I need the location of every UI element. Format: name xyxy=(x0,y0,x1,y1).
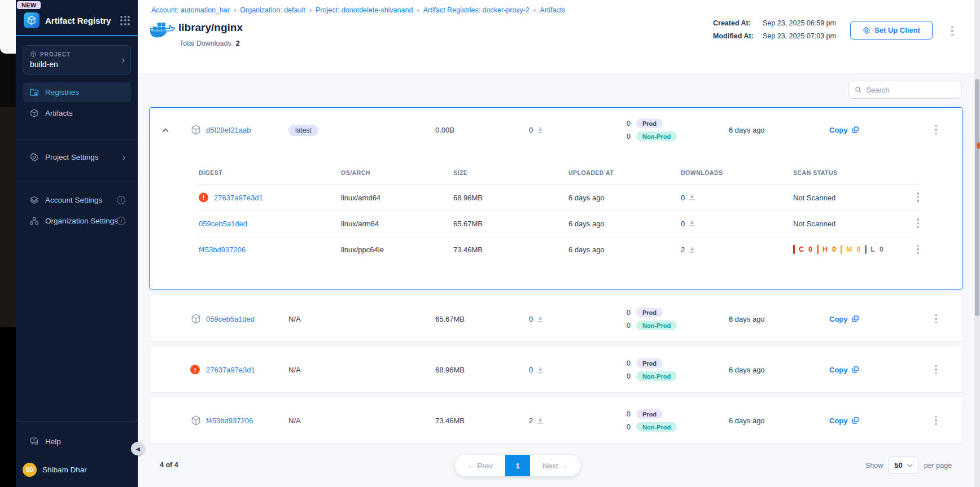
user-menu[interactable]: SD Shibam Dhar xyxy=(23,463,131,477)
search-input[interactable] xyxy=(866,86,955,94)
app-title: Artifact Registry xyxy=(45,16,115,25)
os-arch: linux/arm64 xyxy=(341,219,379,227)
artifact-meta: Created At: Sep 23, 2025 06:59 pm Modifi… xyxy=(713,19,836,40)
artifact-age: 6 days ago xyxy=(729,416,765,425)
main-content: d5f28ef21aab latest 0.00B 0 0Prod 0Non-P… xyxy=(138,73,980,487)
search-icon xyxy=(855,86,861,94)
copy-button[interactable]: Copy xyxy=(829,315,859,323)
artifact-row: f453bd937206 N/A 73.46MB 2 0Prod 0Non-Pr… xyxy=(150,397,963,444)
manifest-digest-link[interactable]: f453bd937206 xyxy=(199,245,246,254)
nonprod-badge: Non-Prod xyxy=(636,422,677,432)
tag-value: N/A xyxy=(288,366,301,374)
copy-button[interactable]: Copy xyxy=(829,366,859,374)
row-kebab-menu[interactable] xyxy=(915,190,921,204)
breadcrumb-account[interactable]: Account: automation_har xyxy=(151,6,230,14)
page-size-select[interactable]: 50 xyxy=(889,457,918,474)
created-at-value: Sep 23, 2025 06:59 pm xyxy=(763,19,836,27)
os-arch: linux/ppc64le xyxy=(341,245,384,254)
artifact-age: 6 days ago xyxy=(729,315,765,323)
artifact-card: ! 27637a97e3d1 N/A 68.96MB 0 0Prod 0Non-… xyxy=(149,345,963,393)
sidebar-item-project-settings[interactable]: Project Settings › xyxy=(23,147,131,167)
docker-icon xyxy=(150,20,175,42)
chevron-up-icon[interactable] xyxy=(160,122,171,137)
project-selector[interactable]: PROJECT build-en › xyxy=(23,45,131,74)
breadcrumb-registry[interactable]: Artifact Registries: docker-proxy-2 xyxy=(423,6,530,14)
header-kebab-menu[interactable] xyxy=(950,24,955,38)
artifact-age: 6 days ago xyxy=(729,366,765,374)
row-kebab-menu[interactable] xyxy=(933,311,939,326)
sidebar-item-label: Account Settings xyxy=(45,196,102,204)
manifest-size: 73.46MB xyxy=(453,245,483,254)
env-counts: 0Prod 0Non-Prod xyxy=(623,119,677,141)
manifest-table-header: DIGEST OS/ARCH SIZE UPLOADED AT DOWNLOAD… xyxy=(195,161,921,185)
chevron-right-icon: › xyxy=(121,54,125,66)
artifact-digest-link[interactable]: 059ceb5a1ded xyxy=(206,315,255,323)
artifact-size: 73.46MB xyxy=(435,416,465,425)
scan-status: Not Scanned xyxy=(793,193,835,201)
row-kebab-menu[interactable] xyxy=(933,413,939,428)
page-number-button[interactable]: 1 xyxy=(505,455,530,476)
avatar: SD xyxy=(23,463,37,477)
scan-severity-summary: C 0 H 0 M 0 L 0 xyxy=(793,245,884,254)
sidebar-item-organization-settings[interactable]: Organization Settings i xyxy=(23,211,131,231)
modified-at-value: Sep 23, 2025 07:03 pm xyxy=(763,32,836,40)
set-up-client-button[interactable]: Set Up Client xyxy=(850,21,933,40)
artifact-card-expanded: d5f28ef21aab latest 0.00B 0 0Prod 0Non-P… xyxy=(149,107,963,289)
help-item[interactable]: ? Help xyxy=(23,432,131,451)
severity-critical: C xyxy=(799,245,804,253)
artifact-digest-link[interactable]: d5f28ef21aab xyxy=(206,126,251,134)
package-icon xyxy=(190,313,202,324)
manifest-row: ! 27637a97e3d1 linux/amd64 68.96MB 6 day… xyxy=(195,185,921,210)
artifact-size: 65.67MB xyxy=(435,315,465,323)
row-kebab-menu[interactable] xyxy=(915,216,921,230)
manifest-size: 68.96MB xyxy=(453,193,483,201)
copy-button[interactable]: Copy xyxy=(829,416,859,425)
sidebar-collapse-button[interactable]: ◀ xyxy=(131,442,145,455)
copy-button[interactable]: Copy xyxy=(829,126,859,134)
download-icon xyxy=(537,417,544,424)
os-arch: linux/amd64 xyxy=(341,193,380,201)
row-kebab-menu[interactable] xyxy=(933,122,939,137)
sidebar-item-registries[interactable]: Registries xyxy=(23,82,131,102)
uploaded-at: 6 days ago xyxy=(568,245,605,254)
column-header: DIGEST xyxy=(199,169,222,176)
scrollbar-thumb[interactable] xyxy=(975,79,979,316)
manifest-digest-link[interactable]: 27637a97e3d1 xyxy=(214,193,263,201)
downloads-count: 2 xyxy=(529,416,533,425)
page-size-control: Show 50 per page xyxy=(865,457,952,474)
new-badge: NEW xyxy=(17,1,41,9)
manifest-row: 059ceb5a1ded linux/arm64 65.67MB 6 days … xyxy=(195,210,921,236)
info-icon[interactable]: i xyxy=(117,217,125,225)
env-counts: 0Prod 0Non-Prod xyxy=(623,358,677,381)
artifact-card: f453bd937206 N/A 73.46MB 2 0Prod 0Non-Pr… xyxy=(149,396,963,444)
manifest-digest-link[interactable]: 059ceb5a1ded xyxy=(199,219,247,227)
tag-value: N/A xyxy=(288,416,301,425)
breadcrumb-artifacts[interactable]: Artifacts xyxy=(540,6,565,14)
download-icon xyxy=(689,194,695,201)
help-label: Help xyxy=(45,437,61,446)
next-page-button[interactable]: Next → xyxy=(530,462,580,470)
breadcrumb-project[interactable]: Project: donotdelete-shivanand xyxy=(316,6,413,14)
gear-icon xyxy=(29,152,39,162)
prod-badge: Prod xyxy=(636,409,663,419)
svg-text:?: ? xyxy=(33,438,35,442)
modified-at-label: Modified At: xyxy=(713,32,763,40)
info-icon[interactable]: i xyxy=(117,196,125,204)
gear-icon xyxy=(863,27,870,34)
sidebar-item-account-settings[interactable]: Account Settings i xyxy=(23,190,131,210)
vertical-scrollbar[interactable] xyxy=(974,0,980,487)
artifact-digest-link[interactable]: 27637a97e3d1 xyxy=(206,366,255,374)
download-icon xyxy=(537,315,544,322)
severity-high-count: 0 xyxy=(832,245,837,253)
package-icon xyxy=(190,415,202,426)
row-kebab-menu[interactable] xyxy=(915,242,921,257)
row-kebab-menu[interactable] xyxy=(933,362,939,377)
artifact-digest-link[interactable]: f453bd937206 xyxy=(206,416,253,425)
breadcrumb-organization[interactable]: Organization: default xyxy=(240,6,305,14)
downloads-count: 0 xyxy=(681,219,685,227)
sidebar-item-artifacts[interactable]: Artifacts xyxy=(23,103,131,123)
prev-page-button[interactable]: ← Prev xyxy=(455,462,505,470)
app-switcher-icon[interactable] xyxy=(120,16,130,25)
nonprod-count: 0 xyxy=(623,372,631,380)
artifact-size: 68.96MB xyxy=(435,366,465,374)
